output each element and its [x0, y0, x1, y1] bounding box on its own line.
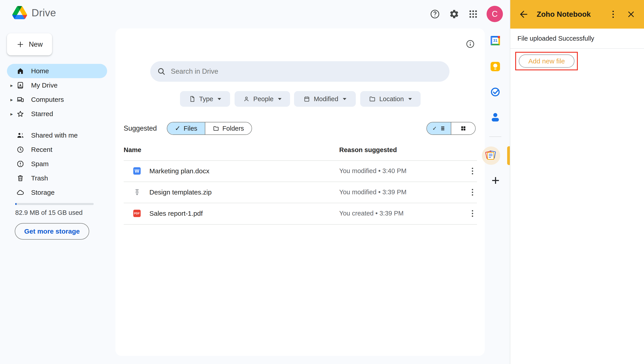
contacts-app-icon[interactable]: [490, 112, 500, 122]
get-more-storage-button[interactable]: Get more storage: [15, 223, 89, 240]
folders-toggle[interactable]: Folders: [205, 122, 252, 134]
home-icon: [16, 67, 24, 75]
zoho-notebook-app-icon[interactable]: [482, 146, 500, 165]
row-menu-button[interactable]: [468, 187, 477, 198]
computers-icon: [16, 96, 24, 104]
add-new-file-button[interactable]: Add new file: [519, 54, 574, 68]
cloud-icon: [16, 188, 24, 196]
filter-chip-people[interactable]: People: [235, 91, 290, 107]
sidebar-item-trash[interactable]: Trash: [7, 171, 107, 185]
filter-chip-label: Modified: [314, 95, 338, 103]
sidebar-item-shared-with-me[interactable]: Shared with me: [7, 128, 107, 142]
storage-progress-fill: [15, 203, 17, 205]
add-app-button[interactable]: +: [489, 173, 502, 187]
view-toggle: ✓: [426, 122, 476, 135]
sidebar-item-label: Shared with me: [31, 132, 78, 139]
sidebar-item-home[interactable]: Home: [7, 64, 107, 78]
expand-caret-icon[interactable]: ▸: [7, 111, 16, 117]
star-icon: [16, 110, 24, 118]
calendar-app-icon[interactable]: 31: [491, 36, 500, 45]
folder-icon: [213, 125, 219, 132]
row-menu-button[interactable]: [468, 166, 477, 176]
suggested-label: Suggested: [124, 122, 157, 135]
sidebar-item-label: Recent: [31, 146, 52, 154]
pdf-file-icon: PDF: [133, 210, 141, 217]
settings-button[interactable]: [449, 9, 460, 20]
file-reason: You modified • 3:39 PM: [339, 182, 406, 203]
tasks-app-icon[interactable]: [490, 87, 500, 97]
person-icon: [243, 96, 250, 102]
sidebar-item-label: Computers: [31, 96, 64, 104]
expand-caret-icon[interactable]: ▸: [7, 97, 16, 102]
sidebar-item-computers[interactable]: ▸ Computers: [7, 92, 107, 107]
chevron-down-icon: [408, 98, 412, 100]
file-name: Design templates.zip: [149, 182, 211, 203]
filter-chip-location[interactable]: Location: [360, 91, 420, 107]
filter-chip-modified[interactable]: Modified: [294, 91, 356, 107]
list-view-button[interactable]: ✓: [427, 122, 451, 134]
calendar-icon: [303, 96, 310, 102]
app-title: Drive: [32, 7, 56, 19]
sidebar-item-label: Starred: [31, 110, 53, 118]
row-menu-button[interactable]: [468, 208, 477, 219]
apps-grid-button[interactable]: [468, 9, 479, 20]
sidebar-item-label: My Drive: [31, 82, 58, 89]
drive-app: { "colors": { "bg": "#F8FAFD", "selected…: [0, 0, 644, 364]
files-folders-toggle: ✓ Files Folders: [167, 122, 252, 135]
table-row-marketing-plan[interactable]: W Marketing plan.docx You modified • 3:4…: [124, 160, 477, 182]
expand-caret-icon[interactable]: ▸: [7, 83, 16, 88]
table-divider: [124, 224, 477, 225]
zoho-notebook-panel: Zoho Notebook File uploaded Successfully…: [510, 0, 644, 364]
filter-chip-type[interactable]: Type: [180, 91, 230, 107]
new-button-label: New: [29, 40, 43, 48]
folder-icon: [369, 96, 376, 102]
sidebar-item-spam[interactable]: Spam: [7, 157, 107, 171]
panel-title: Zoho Notebook: [537, 10, 591, 18]
upload-status-text: File uploaded Successfully: [510, 28, 644, 49]
account-avatar[interactable]: C: [487, 6, 503, 22]
file-name: Sales report-1.pdf: [149, 203, 202, 224]
close-icon: [627, 10, 635, 18]
sidebar-item-label: Storage: [31, 189, 55, 196]
table-row-sales-report[interactable]: PDF Sales report-1.pdf You created • 3:3…: [124, 203, 477, 224]
search-input[interactable]: [171, 68, 443, 76]
column-header-name: Name: [124, 146, 141, 154]
people-icon: [16, 131, 24, 139]
column-header-reason: Reason suggested: [339, 146, 397, 154]
files-toggle[interactable]: ✓ Files: [167, 122, 205, 134]
panel-menu-button[interactable]: [608, 9, 618, 20]
storage-usage-text: 82.9 MB of 15 GB used: [15, 209, 83, 216]
new-button[interactable]: New: [7, 33, 52, 56]
help-icon: [430, 9, 440, 19]
info-button[interactable]: [465, 39, 475, 49]
search-icon: [157, 67, 166, 76]
sidebar-item-recent[interactable]: Recent: [7, 142, 107, 157]
back-button[interactable]: [518, 9, 529, 20]
kebab-menu-icon: [612, 11, 614, 18]
help-button[interactable]: [430, 9, 440, 20]
apps-grid-icon: [468, 9, 478, 19]
gear-icon: [449, 9, 459, 19]
spam-icon: [16, 160, 24, 168]
sidebar-item-my-drive[interactable]: ▸ My Drive: [7, 78, 107, 92]
sidebar-item-label: Trash: [31, 174, 48, 182]
sidebar-item-storage[interactable]: Storage: [7, 185, 107, 200]
sidebar-item-starred[interactable]: ▸ Starred: [7, 107, 107, 121]
chevron-down-icon: [278, 98, 282, 100]
keep-app-icon[interactable]: [491, 62, 500, 71]
chevron-down-icon: [218, 98, 221, 100]
panel-header: Zoho Notebook: [510, 0, 644, 28]
chevron-down-icon: [343, 98, 346, 100]
panel-close-button[interactable]: [626, 9, 636, 20]
check-icon: ✓: [432, 126, 437, 131]
drive-logo[interactable]: Drive: [12, 6, 56, 19]
main-content-card: Welcome to Drive Type Peopl: [115, 28, 485, 356]
filter-chip-label: Type: [199, 95, 213, 103]
grid-view-button[interactable]: [451, 122, 475, 134]
storage-progress-bar: [15, 203, 94, 205]
file-name: Marketing plan.docx: [149, 160, 209, 182]
search-bar[interactable]: [150, 61, 450, 82]
table-row-design-templates[interactable]: Design templates.zip You modified • 3:39…: [124, 182, 477, 203]
zoho-notebook-icon: [486, 150, 497, 161]
info-icon: [466, 39, 475, 49]
